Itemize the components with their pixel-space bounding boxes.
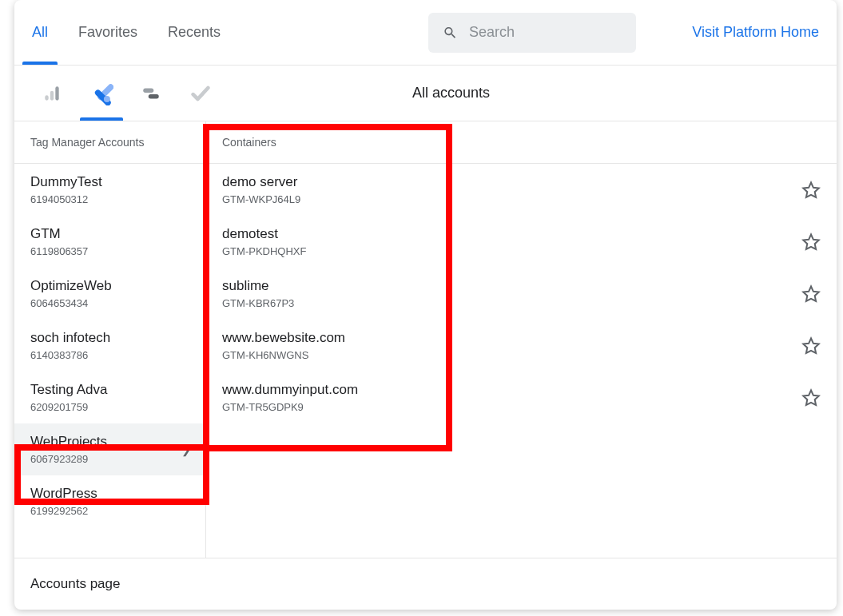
star-icon[interactable]	[801, 181, 821, 200]
checkmark-icon[interactable]	[176, 66, 225, 121]
chevron-right-icon: ❯	[181, 443, 191, 456]
search-input[interactable]	[469, 24, 622, 41]
account-name: GTM	[30, 226, 189, 242]
account-id: 6119806357	[30, 245, 189, 257]
account-name: Testing Adva	[30, 382, 189, 398]
account-item[interactable]: Testing Adva6209201759❯	[14, 372, 205, 423]
account-picker-panel: All Favorites Recents Visit Platform Hom…	[14, 0, 837, 610]
containers-list: demo serverGTM-WKPJ64L9demotestGTM-PKDHQ…	[206, 164, 837, 423]
tab-favorites[interactable]: Favorites	[78, 0, 137, 65]
account-item[interactable]: DummyTest6194050312❯	[14, 164, 205, 216]
account-item[interactable]: WordPress6199292562❯	[14, 475, 205, 527]
account-name: soch infotech	[30, 330, 189, 346]
container-item[interactable]: demotestGTM-PKDHQHXF	[206, 216, 837, 268]
all-accounts-title: All accounts	[225, 85, 677, 101]
container-item[interactable]: www.bewebsite.comGTM-KH6NWGNS	[206, 320, 837, 372]
svg-point-5	[104, 95, 110, 101]
container-name: demotest	[222, 226, 801, 242]
star-icon[interactable]	[801, 284, 821, 304]
visit-platform-home-link[interactable]: Visit Platform Home	[692, 24, 819, 41]
star-icon[interactable]	[801, 336, 821, 356]
account-name: WordPress	[30, 486, 189, 502]
search-box[interactable]	[428, 13, 636, 53]
account-item[interactable]: OptimizeWeb6064653434❯	[14, 268, 205, 320]
account-id: 6064653434	[30, 297, 189, 309]
tab-all[interactable]: All	[32, 0, 48, 65]
container-id: GTM-TR5GDPK9	[222, 401, 801, 413]
top-tabs-row: All Favorites Recents Visit Platform Hom…	[14, 0, 837, 66]
account-item[interactable]: GTM6119806357❯	[14, 216, 205, 268]
containers-column-title: Containers	[206, 121, 837, 164]
container-name: sublime	[222, 278, 801, 294]
container-name: www.bewebsite.com	[222, 330, 801, 346]
account-id: 6067923289	[30, 453, 189, 465]
svg-rect-6	[143, 88, 153, 92]
account-id: 6194050312	[30, 193, 189, 205]
account-name: DummyTest	[30, 174, 189, 190]
svg-rect-7	[149, 94, 159, 98]
container-id: GTM-WKPJ64L9	[222, 193, 801, 205]
optimize-icon[interactable]	[126, 66, 176, 121]
container-name: www.dummyinput.com	[222, 382, 801, 398]
account-id: 6140383786	[30, 349, 189, 361]
account-item[interactable]: WebProjects6067923289❯	[14, 423, 205, 475]
products-row: All accounts	[14, 66, 837, 121]
container-id: GTM-KBR67P3	[222, 297, 801, 309]
accounts-column: Tag Manager Accounts DummyTest6194050312…	[14, 121, 206, 558]
analytics-icon[interactable]	[27, 66, 77, 121]
accounts-list: DummyTest6194050312❯GTM6119806357❯Optimi…	[14, 164, 205, 527]
tag-manager-icon[interactable]	[77, 66, 126, 121]
container-item[interactable]: demo serverGTM-WKPJ64L9	[206, 164, 837, 216]
account-name: WebProjects	[30, 434, 189, 450]
svg-rect-1	[50, 90, 54, 100]
container-item[interactable]: sublimeGTM-KBR67P3	[206, 268, 837, 320]
star-icon[interactable]	[801, 388, 821, 407]
container-name: demo server	[222, 174, 801, 190]
containers-column: Containers demo serverGTM-WKPJ64L9demote…	[206, 121, 837, 558]
account-id: 6209201759	[30, 401, 189, 413]
footer-accounts-page[interactable]: Accounts page	[14, 558, 837, 610]
tab-recents[interactable]: Recents	[168, 0, 221, 65]
account-id: 6199292562	[30, 505, 189, 517]
star-icon[interactable]	[801, 232, 821, 252]
container-id: GTM-PKDHQHXF	[222, 245, 801, 257]
container-item[interactable]: www.dummyinput.comGTM-TR5GDPK9	[206, 372, 837, 423]
search-icon	[443, 24, 458, 42]
svg-rect-2	[55, 86, 58, 100]
svg-rect-0	[45, 95, 48, 101]
container-id: GTM-KH6NWGNS	[222, 349, 801, 361]
accounts-column-title: Tag Manager Accounts	[14, 121, 205, 164]
account-name: OptimizeWeb	[30, 278, 189, 294]
body: Tag Manager Accounts DummyTest6194050312…	[14, 121, 837, 558]
view-tabs: All Favorites Recents	[32, 0, 221, 65]
account-item[interactable]: soch infotech6140383786❯	[14, 320, 205, 372]
